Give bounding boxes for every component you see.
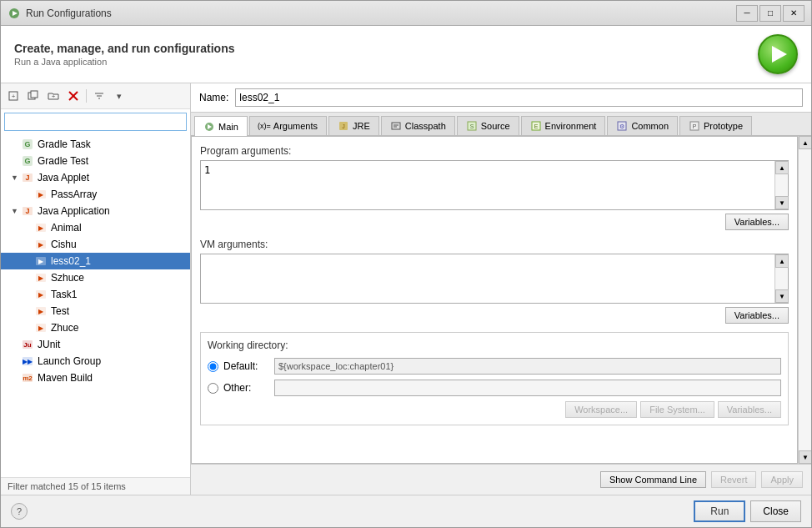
tab-environment[interactable]: E Environment bbox=[521, 116, 606, 135]
right-scrollbar[interactable]: ▲ ▼ bbox=[798, 136, 811, 464]
close-button[interactable]: ✕ bbox=[783, 5, 804, 22]
vm-args-scrollbar[interactable]: ▲ ▼ bbox=[774, 254, 788, 303]
vm-scroll-down-btn[interactable]: ▼ bbox=[775, 289, 789, 303]
header-subtitle: Run a Java application bbox=[14, 57, 235, 67]
search-input[interactable] bbox=[4, 113, 187, 131]
tree-item-launch-group[interactable]: ▶▶ Launch Group bbox=[1, 353, 190, 370]
tree-item-szhuce[interactable]: ▶ Szhuce bbox=[1, 269, 190, 286]
footer-bar: ? Run Close bbox=[1, 495, 811, 527]
svg-rect-5 bbox=[31, 91, 38, 98]
right-scroll-down[interactable]: ▼ bbox=[799, 450, 811, 464]
tab-main[interactable]: Main bbox=[194, 116, 248, 136]
program-args-variables-row: Variables... bbox=[200, 214, 789, 230]
name-input[interactable] bbox=[235, 88, 803, 107]
svg-text:J: J bbox=[25, 173, 29, 182]
tab-jre[interactable]: J JRE bbox=[328, 116, 379, 135]
tree-item-java-application[interactable]: ▼ J Java Application bbox=[1, 203, 190, 219]
header-text: Create, manage, and run configurations R… bbox=[14, 42, 235, 67]
tab-prototype-label: Prototype bbox=[704, 121, 743, 131]
program-args-wrapper: 1 ▲ ▼ bbox=[200, 160, 789, 210]
new-config-button[interactable]: + bbox=[4, 87, 23, 105]
vm-args-input[interactable] bbox=[201, 254, 774, 303]
tab-source[interactable]: S Source bbox=[457, 116, 519, 135]
scroll-down-btn[interactable]: ▼ bbox=[775, 196, 789, 209]
svg-text:E: E bbox=[534, 123, 538, 129]
footer-left: ? bbox=[11, 503, 28, 520]
tab-classpath[interactable]: Classpath bbox=[381, 116, 455, 135]
search-box bbox=[4, 113, 187, 131]
show-command-line-button[interactable]: Show Command Line bbox=[600, 471, 706, 488]
maximize-button[interactable]: □ bbox=[759, 5, 781, 22]
program-args-scrollbar[interactable]: ▲ ▼ bbox=[774, 161, 788, 209]
tab-jre-label: JRE bbox=[353, 121, 370, 131]
other-dir-field[interactable] bbox=[274, 380, 781, 396]
tree-item-junit[interactable]: Ju JUnit bbox=[1, 336, 190, 353]
config-tree: G Gradle Task G Gradle Test ▼ bbox=[1, 134, 190, 477]
svg-text:▶▶: ▶▶ bbox=[23, 358, 33, 365]
workspace-button[interactable]: Workspace... bbox=[565, 401, 637, 418]
run-button[interactable]: Run bbox=[694, 500, 745, 522]
help-button[interactable]: ? bbox=[11, 503, 28, 520]
program-args-variables-button[interactable]: Variables... bbox=[725, 214, 789, 230]
tab-arguments[interactable]: (x)= Arguments bbox=[249, 116, 327, 135]
menu-button[interactable]: ▾ bbox=[110, 87, 128, 105]
tree-item-animal[interactable]: ▶ Animal bbox=[1, 219, 190, 236]
tree-item-task1[interactable]: ▶ Task1 bbox=[1, 286, 190, 303]
svg-text:▶: ▶ bbox=[38, 274, 44, 282]
apply-button[interactable]: Apply bbox=[761, 471, 803, 488]
duplicate-button[interactable] bbox=[24, 87, 43, 105]
tree-item-maven-build[interactable]: m2 Maven Build bbox=[1, 370, 190, 386]
tree-item-java-applet[interactable]: ▼ J Java Applet bbox=[1, 169, 190, 186]
program-args-input[interactable]: 1 bbox=[201, 161, 774, 209]
footer-right: Run Close bbox=[694, 500, 801, 522]
header-area: Create, manage, and run configurations R… bbox=[1, 26, 811, 83]
tab-prototype[interactable]: P Prototype bbox=[679, 116, 752, 135]
working-dir-section: Working directory: Default: Other: bbox=[200, 332, 789, 425]
gradle-test-label: Gradle Test bbox=[38, 155, 88, 167]
right-panel: Name: Main (x)= Arguments J bbox=[191, 83, 811, 495]
vm-args-variables-button[interactable]: Variables... bbox=[725, 307, 789, 324]
svg-text:S: S bbox=[469, 123, 474, 129]
tree-item-gradle-test[interactable]: G Gradle Test bbox=[1, 153, 190, 169]
vm-scroll-up-btn[interactable]: ▲ bbox=[775, 254, 789, 268]
arguments-tab-icon: (x)= bbox=[258, 120, 270, 132]
tree-item-test[interactable]: ▶ Test bbox=[1, 303, 190, 319]
delete-button[interactable] bbox=[64, 87, 83, 105]
tree-item-less02-1[interactable]: ▶ less02_1 bbox=[1, 253, 190, 269]
vm-args-label: VM arguments: bbox=[200, 239, 789, 250]
tab-classpath-label: Classpath bbox=[405, 121, 446, 131]
minimize-button[interactable]: ─ bbox=[736, 5, 758, 22]
wd-buttons: Workspace... File System... Variables... bbox=[208, 401, 781, 418]
default-radio[interactable] bbox=[208, 361, 218, 372]
revert-button[interactable]: Revert bbox=[711, 471, 756, 488]
default-dir-field bbox=[274, 358, 781, 375]
szhuce-label: Szhuce bbox=[51, 272, 84, 284]
filter-button[interactable] bbox=[90, 87, 108, 105]
tree-item-zhuce[interactable]: ▶ Zhuce bbox=[1, 319, 190, 336]
zhuce-label: Zhuce bbox=[51, 322, 78, 334]
right-scroll-up[interactable]: ▲ bbox=[799, 136, 811, 149]
filesystem-button[interactable]: File System... bbox=[640, 401, 714, 418]
tree-item-gradle-task[interactable]: G Gradle Task bbox=[1, 136, 190, 153]
run-icon-button[interactable] bbox=[758, 34, 798, 74]
other-dir-row: Other: bbox=[208, 380, 781, 396]
tab-arguments-label: Arguments bbox=[273, 121, 318, 131]
run-triangle-icon bbox=[772, 46, 787, 63]
tree-item-cishu[interactable]: ▶ Cishu bbox=[1, 236, 190, 253]
other-radio[interactable] bbox=[208, 383, 218, 394]
scroll-track bbox=[775, 174, 788, 196]
tree-item-pass-array[interactable]: ▶ PassArray bbox=[1, 186, 190, 203]
title-bar-controls: ─ □ ✕ bbox=[736, 5, 804, 22]
header-title: Create, manage, and run configurations bbox=[14, 42, 235, 55]
tab-common[interactable]: ⚙ Common bbox=[607, 116, 678, 135]
gradle-task-icon: G bbox=[21, 138, 34, 151]
svg-text:+: + bbox=[12, 93, 16, 100]
tab-content-area: Program arguments: 1 ▲ ▼ Variables... bbox=[191, 136, 798, 464]
bottom-buttons: Show Command Line Revert Apply bbox=[191, 464, 811, 495]
gradle-test-icon: G bbox=[21, 154, 34, 168]
scroll-up-btn[interactable]: ▲ bbox=[775, 161, 789, 174]
close-dialog-button[interactable]: Close bbox=[750, 500, 801, 522]
wd-variables-button[interactable]: Variables... bbox=[718, 401, 781, 418]
environment-tab-icon: E bbox=[530, 120, 542, 132]
new-folder-button[interactable]: + bbox=[44, 87, 63, 105]
